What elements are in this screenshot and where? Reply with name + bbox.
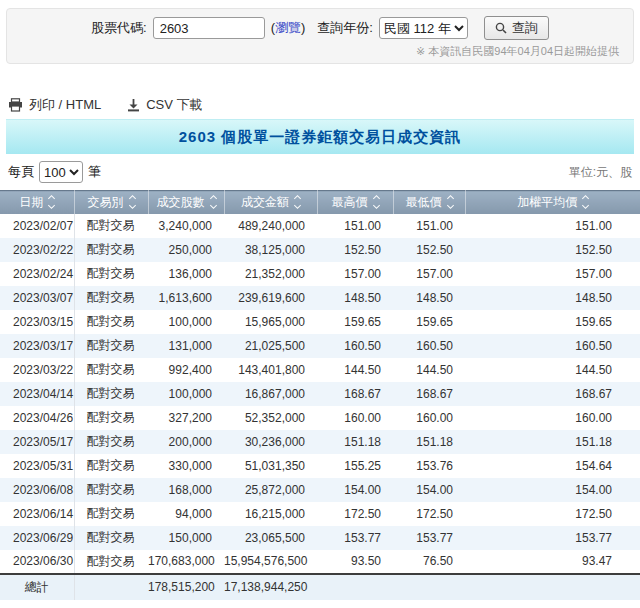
cell: 151.00 [465, 214, 640, 238]
stock-code-input[interactable] [153, 17, 265, 39]
column-header-2[interactable]: 成交股數 [148, 191, 224, 214]
cell: 168.67 [465, 382, 640, 406]
sort-icon[interactable] [583, 196, 588, 208]
cell: 100,000 [148, 310, 224, 334]
table-row: 2023/04/26配對交易327,20052,352,000160.00160… [0, 406, 640, 430]
year-select[interactable]: 民國 112 年 [379, 17, 468, 39]
cell: 136,000 [148, 262, 224, 286]
page-size-select[interactable]: 100 [39, 161, 83, 183]
page-title: 2603 個股單一證券鉅額交易日成交資訊 [179, 128, 462, 147]
cell: 93.50 [317, 550, 393, 574]
cell: 配對交易 [74, 358, 148, 382]
cell: 2023/02/24 [0, 262, 74, 286]
print-html-button[interactable]: 列印 / HTML [8, 96, 101, 114]
sort-icon[interactable] [49, 196, 54, 208]
table-row: 2023/06/30配對交易170,683,00015,954,576,5009… [0, 550, 640, 574]
column-label: 加權平均價 [517, 194, 577, 211]
cell: 2023/06/29 [0, 526, 74, 550]
column-header-6[interactable]: 加權平均價 [465, 191, 640, 214]
cell: 168.67 [393, 382, 465, 406]
cell: 144.50 [465, 358, 640, 382]
cell: 2023/06/08 [0, 478, 74, 502]
column-label: 成交金額 [241, 194, 289, 211]
cell: 992,400 [148, 358, 224, 382]
title-band: 2603 個股單一證券鉅額交易日成交資訊 [6, 119, 634, 154]
column-label: 最低價 [406, 194, 442, 211]
column-header-3[interactable]: 成交金額 [224, 191, 317, 214]
sort-icon[interactable] [374, 196, 379, 208]
search-button-label: 查詢 [512, 19, 538, 37]
search-button[interactable]: 查詢 [484, 16, 549, 40]
cell: 2023/06/14 [0, 502, 74, 526]
cell: 配對交易 [74, 430, 148, 454]
table-total-row: 總計 178,515,200 17,138,944,250 [0, 574, 640, 600]
cell: 153.77 [393, 526, 465, 550]
cell: 160.00 [465, 406, 640, 430]
cell: 配對交易 [74, 478, 148, 502]
cell: 160.00 [393, 406, 465, 430]
csv-download-label: CSV 下載 [146, 96, 202, 114]
cell: 2023/02/07 [0, 214, 74, 238]
cell: 151.18 [317, 430, 393, 454]
toolbar: 列印 / HTML CSV 下載 [8, 95, 632, 115]
printer-icon [8, 98, 23, 112]
cell: 93.47 [465, 550, 640, 574]
cell: 153.76 [393, 454, 465, 478]
table-row: 2023/03/15配對交易100,00015,965,000159.65159… [0, 310, 640, 334]
cell: 2023/02/22 [0, 238, 74, 262]
cell: 157.00 [393, 262, 465, 286]
table-row: 2023/03/22配對交易992,400143,401,800144.5014… [0, 358, 640, 382]
cell: 2023/03/15 [0, 310, 74, 334]
total-amount: 17,138,944,250 [224, 574, 317, 600]
column-header-5[interactable]: 最低價 [393, 191, 465, 214]
page-size-prefix: 每頁 [8, 163, 34, 181]
column-header-0[interactable]: 日期 [0, 191, 74, 214]
cell: 1,613,600 [148, 286, 224, 310]
cell: 配對交易 [74, 382, 148, 406]
block-trade-table: 日期交易別成交股數成交金額最高價最低價加權平均價 2023/02/07配對交易3… [0, 190, 640, 600]
cell: 2023/06/30 [0, 550, 74, 574]
cell: 159.65 [465, 310, 640, 334]
table-row: 2023/03/17配對交易131,00021,025,500160.50160… [0, 334, 640, 358]
cell: 327,200 [148, 406, 224, 430]
cell: 160.50 [317, 334, 393, 358]
sort-icon[interactable] [130, 196, 135, 208]
year-label: 查詢年份: [317, 19, 373, 37]
cell: 151.00 [317, 214, 393, 238]
sort-icon[interactable] [448, 196, 453, 208]
browse-paren-close: ) [301, 20, 305, 35]
cell: 168,000 [148, 478, 224, 502]
cell: 160.00 [317, 406, 393, 430]
cell: 172.50 [465, 502, 640, 526]
meta-row: 每頁 100 筆 單位:元、股 [8, 159, 632, 185]
unit-label: 單位:元、股 [569, 164, 632, 181]
cell: 2023/05/31 [0, 454, 74, 478]
cell: 配對交易 [74, 310, 148, 334]
cell: 489,240,000 [224, 214, 317, 238]
cell: 30,236,000 [224, 430, 317, 454]
csv-download-button[interactable]: CSV 下載 [127, 96, 202, 114]
cell: 144.50 [393, 358, 465, 382]
table-row: 2023/02/07配對交易3,240,000489,240,000151.00… [0, 214, 640, 238]
column-label: 最高價 [332, 194, 368, 211]
cell: 159.65 [317, 310, 393, 334]
sort-icon[interactable] [211, 196, 216, 208]
sort-icon[interactable] [295, 196, 300, 208]
print-html-label: 列印 / HTML [29, 96, 101, 114]
cell: 143,401,800 [224, 358, 317, 382]
cell: 15,954,576,500 [224, 550, 317, 574]
cell: 152.50 [317, 238, 393, 262]
browse-link[interactable]: 瀏覽 [275, 20, 301, 35]
cell: 2023/05/17 [0, 430, 74, 454]
page-size-suffix: 筆 [88, 163, 101, 181]
cell: 2023/04/14 [0, 382, 74, 406]
cell: 172.50 [317, 502, 393, 526]
cell: 154.00 [317, 478, 393, 502]
column-header-4[interactable]: 最高價 [317, 191, 393, 214]
cell: 148.50 [317, 286, 393, 310]
cell: 160.50 [465, 334, 640, 358]
table-row: 2023/05/31配對交易330,00051,031,350155.25153… [0, 454, 640, 478]
cell: 155.25 [317, 454, 393, 478]
cell: 131,000 [148, 334, 224, 358]
column-header-1[interactable]: 交易別 [74, 191, 148, 214]
